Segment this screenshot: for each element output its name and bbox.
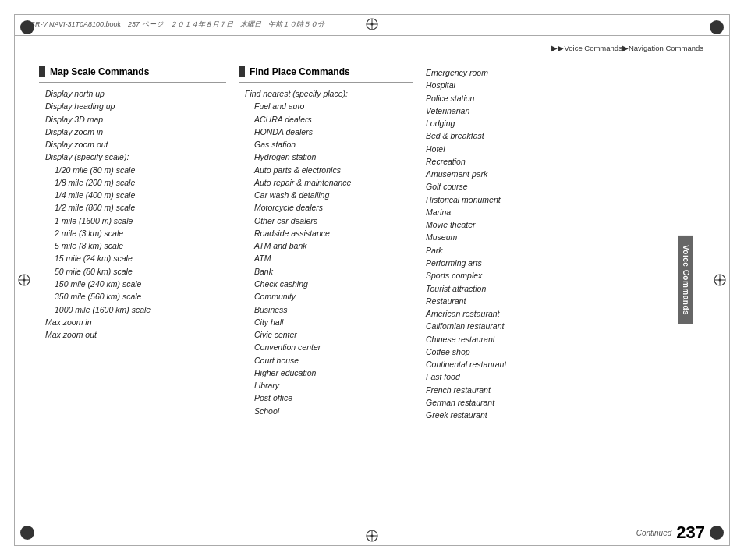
list-item: Police station xyxy=(426,92,705,105)
list-item: Display zoom in xyxy=(39,126,226,138)
list-item: Fuel and auto xyxy=(239,100,413,112)
list-item: Display zoom out xyxy=(39,138,226,151)
list-item: Find nearest (specify place): xyxy=(239,87,413,100)
svg-point-3 xyxy=(371,23,374,26)
crosshair-right-center xyxy=(713,273,727,287)
corner-circle-tr xyxy=(710,20,724,34)
list-item: Coffee shop xyxy=(426,346,705,358)
list-item: Bank xyxy=(239,265,413,278)
svg-point-11 xyxy=(23,279,26,282)
list-item: Veterinarian xyxy=(426,105,705,117)
find-place-heading: Find Place Commands xyxy=(239,66,413,77)
list-item: Hotel xyxy=(426,143,705,155)
list-item: City hall xyxy=(239,316,413,328)
map-scale-heading: Map Scale Commands xyxy=(39,66,226,77)
list-item: Business xyxy=(239,303,413,316)
list-item: 2 mile (3 km) scale xyxy=(39,227,226,239)
list-item: Tourist attraction xyxy=(426,282,705,295)
list-item: Californian restaurant xyxy=(426,320,705,332)
corner-circle-br xyxy=(710,526,724,540)
page-number: 237 xyxy=(676,523,705,543)
footer: Continued 237 xyxy=(39,523,705,543)
list-item: Motorcycle dealers xyxy=(239,201,413,214)
list-item: Post office xyxy=(239,392,413,404)
crosshair-top-center xyxy=(365,17,379,31)
crosshair-left-center xyxy=(17,273,31,287)
map-scale-list: Display north up Display heading up Disp… xyxy=(39,87,226,341)
find-place-section: Find Place Commands Find nearest (specif… xyxy=(226,66,413,521)
list-item: 1/8 mile (200 m) scale xyxy=(39,176,226,189)
list-item: 1/4 mile (400 m) scale xyxy=(39,189,226,201)
map-scale-title: Map Scale Commands xyxy=(50,66,149,77)
svg-point-15 xyxy=(719,279,721,282)
main-content: Map Scale Commands Display north up Disp… xyxy=(39,66,705,521)
heading-bar xyxy=(39,66,45,77)
list-item: Movie theater xyxy=(426,218,705,231)
list-item: Lodging xyxy=(426,117,705,129)
map-scale-divider xyxy=(39,82,226,83)
list-item: Court house xyxy=(239,354,413,367)
list-item: Hydrogen station xyxy=(239,151,413,163)
list-item: Hospital xyxy=(426,79,705,91)
list-item: Display heading up xyxy=(39,100,226,112)
list-item: 50 mile (80 km) scale xyxy=(39,265,226,278)
list-item: ATM and bank xyxy=(239,239,413,252)
list-item: 350 mile (560 km) scale xyxy=(39,290,226,303)
list-item: Display north up xyxy=(39,87,226,100)
find-place-divider xyxy=(239,82,413,83)
list-item: Golf course xyxy=(426,180,705,193)
heading-bar-2 xyxy=(239,66,245,77)
list-item: Chinese restaurant xyxy=(426,333,705,346)
list-item: Amusement park xyxy=(426,168,705,180)
list-item: Sports complex xyxy=(426,269,705,282)
list-item: Gas station xyxy=(239,138,413,151)
list-item: Fast food xyxy=(426,370,705,383)
list-item: Marina xyxy=(426,206,705,218)
list-item: Performing arts xyxy=(426,257,705,269)
right-list: Emergency room Hospital Police station V… xyxy=(426,66,705,421)
list-item: Bed & breakfast xyxy=(426,129,705,142)
list-item: Recreation xyxy=(426,155,705,168)
list-item: Restaurant xyxy=(426,295,705,307)
corner-circle-tl xyxy=(20,20,34,34)
list-item: Display 3D map xyxy=(39,113,226,126)
find-place-title: Find Place Commands xyxy=(250,66,350,77)
list-item: Roadside assistance xyxy=(239,227,413,239)
list-item: Display (specify scale): xyxy=(39,151,226,163)
corner-circle-bl xyxy=(20,526,34,540)
list-item: 5 mile (8 km) scale xyxy=(39,239,226,252)
list-item: 150 mile (240 km) scale xyxy=(39,278,226,290)
header-file-info: 15 CR-V NAVI-31T0A8100.book 237 ページ ２０１４… xyxy=(20,19,324,30)
list-item: German restaurant xyxy=(426,396,705,409)
list-item: 1000 mile (1600 km) scale xyxy=(39,303,226,316)
list-item: Museum xyxy=(426,231,705,243)
list-item: Greek restaurant xyxy=(426,409,705,421)
list-item: 1 mile (1600 m) scale xyxy=(39,214,226,227)
list-item: Auto repair & maintenance xyxy=(239,176,413,189)
right-column: Emergency room Hospital Police station V… xyxy=(413,66,705,521)
list-item: ACURA dealers xyxy=(239,113,413,126)
list-item: Continental restaurant xyxy=(426,358,705,370)
list-item: Max zoom out xyxy=(39,328,226,341)
list-item: Historical monument xyxy=(426,193,705,206)
breadcrumb-text: ▶▶Voice Commands▶Navigation Commands xyxy=(551,44,703,52)
list-item: ATM xyxy=(239,252,413,264)
list-item: HONDA dealers xyxy=(239,126,413,138)
list-item: Community xyxy=(239,290,413,303)
list-item: Max zoom in xyxy=(39,316,226,328)
voice-commands-tab: Voice Commands xyxy=(678,236,693,324)
find-place-list: Find nearest (specify place): Fuel and a… xyxy=(239,87,413,417)
list-item: Emergency room xyxy=(426,66,705,79)
list-item: Car wash & detailing xyxy=(239,189,413,201)
list-item: American restaurant xyxy=(426,307,705,320)
list-item: Auto parts & electronics xyxy=(239,164,413,176)
list-item: School xyxy=(239,405,413,417)
continued-label: Continued xyxy=(636,529,672,537)
breadcrumb: ▶▶Voice Commands▶Navigation Commands xyxy=(550,44,705,52)
list-item: Check cashing xyxy=(239,278,413,290)
list-item: 15 mile (24 km) scale xyxy=(39,252,226,264)
list-item: Library xyxy=(239,379,413,392)
list-item: Civic center xyxy=(239,328,413,341)
list-item: French restaurant xyxy=(426,384,705,396)
list-item: Other car dealers xyxy=(239,214,413,227)
